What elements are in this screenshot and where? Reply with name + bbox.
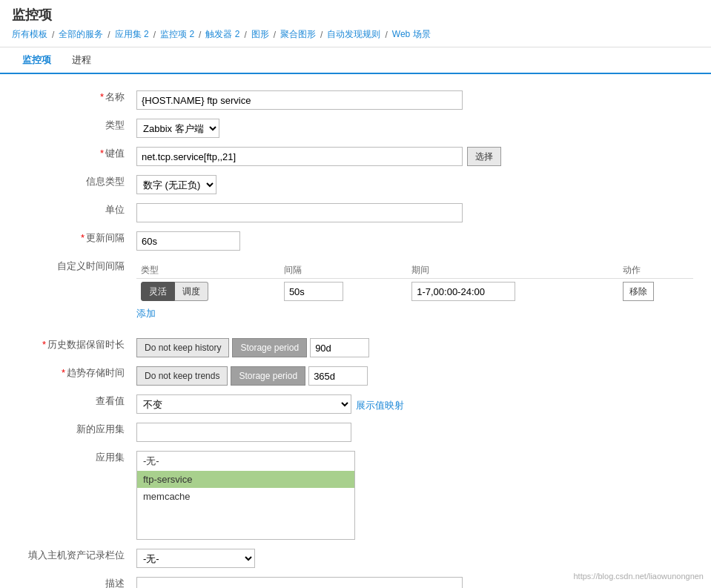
breadcrumb-item-4[interactable]: 触发器 2 — [205, 28, 239, 41]
type-label: 类型 — [12, 114, 130, 142]
page-header: 监控项 所有模板 / 全部的服务 / 应用集 2 / 监控项 2 / 触发器 2… — [0, 0, 711, 47]
value-map-label: 查看值 — [12, 390, 130, 418]
value-map-select[interactable]: 不变 — [136, 394, 351, 414]
breadcrumb-item-7[interactable]: 自动发现规则 — [327, 28, 380, 41]
custom-interval-item: 灵活 调度 — [136, 279, 693, 305]
key-label: *键值 — [12, 142, 130, 171]
interval-row: *更新间隔 — [12, 227, 699, 255]
value-map-row: 查看值 不变 展示值映射 — [12, 390, 699, 418]
app-list-row: 应用集 -无- ftp-sersvice memcache — [12, 446, 699, 544]
history-row: *历史数据保留时长 Do not keep history Storage pe… — [12, 334, 699, 362]
watermark: https://blog.csdn.net/liaowunongnen — [573, 572, 704, 581]
history-do-not-button[interactable]: Do not keep history — [136, 338, 229, 357]
type-flexible-btn[interactable]: 灵活 — [141, 282, 175, 301]
custom-interval-row: 自定义时间间隔 类型 间隔 期间 动作 — [12, 255, 699, 325]
tab-bar: 监控项 进程 — [0, 47, 711, 74]
breadcrumb-item-0[interactable]: 所有模板 — [12, 28, 47, 41]
trends-label: *趋势存储时间 — [12, 362, 130, 390]
history-storage-input[interactable] — [310, 338, 369, 357]
trends-storage-button[interactable]: Storage period — [231, 366, 305, 386]
trends-storage-input[interactable] — [308, 366, 368, 386]
col-type: 类型 — [136, 262, 280, 279]
trends-do-not-button[interactable]: Do not keep trends — [136, 366, 228, 386]
info-type-label: 信息类型 — [12, 171, 130, 199]
unit-row: 单位 — [12, 199, 699, 227]
add-interval-link[interactable]: 添加 — [136, 307, 156, 320]
asset-row: 填入主机资产记录栏位 -无- — [12, 544, 699, 572]
custom-period-input[interactable] — [411, 282, 515, 301]
desc-label: 描述 — [12, 572, 130, 588]
content-area: *名称 类型 Zabbix 客户端 — [0, 74, 711, 588]
info-type-select[interactable]: 数字 (无正负) — [136, 175, 216, 194]
value-map-link[interactable]: 展示值映射 — [356, 399, 404, 412]
desc-textarea[interactable] — [136, 577, 463, 588]
type-scheduling-btn[interactable]: 调度 — [175, 282, 208, 301]
form-table: *名称 类型 Zabbix 客户端 — [12, 86, 699, 588]
app-item-2[interactable]: memcache — [137, 488, 354, 505]
tab-item-0[interactable]: 监控项 — [12, 47, 62, 74]
unit-input[interactable] — [136, 203, 463, 222]
asset-label: 填入主机资产记录栏位 — [12, 544, 130, 572]
app-item-1[interactable]: ftp-sersvice — [137, 471, 354, 488]
name-input[interactable] — [136, 90, 463, 110]
name-row: *名称 — [12, 86, 699, 114]
col-interval: 间隔 — [280, 262, 407, 279]
tab-item-1[interactable]: 进程 — [62, 47, 102, 74]
page-title: 监控项 — [12, 6, 699, 24]
unit-label: 单位 — [12, 199, 130, 227]
breadcrumb-item-8[interactable]: Web 场景 — [392, 28, 431, 41]
breadcrumb: 所有模板 / 全部的服务 / 应用集 2 / 监控项 2 / 触发器 2 / 图… — [12, 28, 699, 41]
info-type-row: 信息类型 数字 (无正负) — [12, 171, 699, 199]
breadcrumb-item-1[interactable]: 全部的服务 — [59, 28, 103, 41]
new-app-input[interactable] — [136, 423, 351, 442]
key-row: *键值 选择 — [12, 142, 699, 171]
col-period: 期间 — [407, 262, 618, 279]
app-list-label: 应用集 — [12, 446, 130, 544]
new-app-label: 新的应用集 — [12, 418, 130, 446]
interval-input[interactable] — [136, 231, 240, 251]
breadcrumb-item-2[interactable]: 应用集 2 — [115, 28, 149, 41]
new-app-row: 新的应用集 — [12, 418, 699, 446]
type-select[interactable]: Zabbix 客户端 — [136, 119, 219, 138]
custom-interval-label: 自定义时间间隔 — [12, 255, 130, 325]
name-label: *名称 — [12, 86, 130, 114]
type-row: 类型 Zabbix 客户端 — [12, 114, 699, 142]
key-select-button[interactable]: 选择 — [467, 147, 501, 166]
asset-select[interactable]: -无- — [136, 549, 255, 568]
remove-interval-button[interactable]: 移除 — [623, 282, 654, 301]
key-input[interactable] — [136, 147, 463, 166]
custom-interval-table: 类型 间隔 期间 动作 灵活 调度 — [136, 262, 693, 304]
interval-label: *更新间隔 — [12, 227, 130, 255]
app-item-0[interactable]: -无- — [137, 452, 354, 471]
breadcrumb-item-5[interactable]: 图形 — [251, 28, 269, 41]
custom-interval-input[interactable] — [284, 282, 343, 301]
trends-row: *趋势存储时间 Do not keep trends Storage perio… — [12, 362, 699, 390]
breadcrumb-item-3[interactable]: 监控项 2 — [160, 28, 194, 41]
breadcrumb-item-6[interactable]: 聚合图形 — [280, 28, 316, 41]
history-label: *历史数据保留时长 — [12, 334, 130, 362]
history-storage-button[interactable]: Storage period — [232, 338, 307, 357]
app-list-box: -无- ftp-sersvice memcache — [136, 451, 355, 540]
col-action: 动作 — [618, 262, 693, 279]
